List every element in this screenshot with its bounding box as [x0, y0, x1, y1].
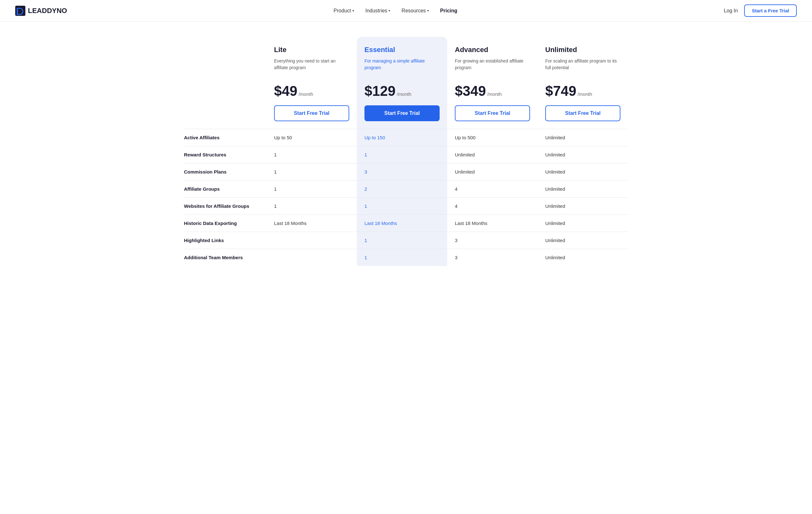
- feature-val-6-1: 1: [357, 232, 447, 249]
- price-amount-unlimited: $749: [545, 83, 576, 99]
- plan-header-unlimited: Unlimited For scaling an affiliate progr…: [538, 37, 628, 129]
- main-content: Lite Everything you need to start an aff…: [0, 22, 812, 291]
- plan-desc-lite: Everything you need to start an affiliat…: [274, 58, 349, 76]
- feature-label-6: Highlighted Links: [184, 232, 266, 249]
- feature-val-0-3: Unlimited: [538, 129, 628, 146]
- feature-label-3: Affiliate Groups: [184, 180, 266, 197]
- feature-val-5-2: Last 18 Months: [447, 215, 538, 232]
- pricing-grid: Lite Everything you need to start an aff…: [184, 37, 628, 266]
- feature-val-1-1: 1: [357, 146, 447, 163]
- price-period-advanced: /month: [487, 91, 502, 97]
- feature-val-0-0: Up to 50: [266, 129, 357, 146]
- feature-val-1-2: Unlimited: [447, 146, 538, 163]
- plan-header-essential: Essential For managing a simple affiliat…: [357, 37, 447, 129]
- svg-rect-1: [17, 8, 18, 15]
- logo[interactable]: LEADDYNO: [15, 6, 67, 16]
- price-amount-advanced: $349: [455, 83, 486, 99]
- plan-price-lite: $49 /month: [274, 83, 349, 99]
- feature-val-7-3: Unlimited: [538, 249, 628, 266]
- plan-desc-essential: For managing a simple affiliate program: [365, 58, 440, 76]
- feature-val-3-0: 1: [266, 180, 357, 197]
- start-trial-unlimited-button[interactable]: Start Free Trial: [545, 105, 620, 121]
- feature-val-5-0: Last 18 Months: [266, 215, 357, 232]
- feature-val-6-0: [266, 232, 357, 249]
- chevron-down-icon: ▾: [352, 9, 354, 12]
- feature-label-7: Additional Team Members: [184, 249, 266, 266]
- price-period-unlimited: /month: [578, 91, 592, 97]
- plan-header-advanced: Advanced For growing an established affi…: [447, 37, 538, 129]
- feature-val-4-1: 1: [357, 197, 447, 215]
- feature-val-3-1: 2: [357, 180, 447, 197]
- feature-val-0-1: Up to 150: [357, 129, 447, 146]
- plan-desc-advanced: For growing an established affiliate pro…: [455, 58, 530, 76]
- nav-pricing[interactable]: Pricing: [440, 8, 457, 13]
- nav-links: Product ▾ Industries ▾ Resources ▾ Prici…: [334, 8, 457, 13]
- price-amount-essential: $129: [365, 83, 396, 99]
- start-trial-nav-button[interactable]: Start a Free Trial: [744, 4, 797, 17]
- logo-icon: [15, 6, 25, 16]
- feature-val-4-2: 4: [447, 197, 538, 215]
- feature-label-4: Websites for Affiliate Groups: [184, 197, 266, 215]
- feature-label-5: Historic Data Exporting: [184, 215, 266, 232]
- feature-val-3-3: Unlimited: [538, 180, 628, 197]
- plan-price-advanced: $349 /month: [455, 83, 530, 99]
- feature-val-5-1: Last 18 Months: [357, 215, 447, 232]
- plan-name-essential: Essential: [365, 46, 440, 54]
- feature-val-0-2: Up to 500: [447, 129, 538, 146]
- feature-val-2-3: Unlimited: [538, 163, 628, 180]
- plan-name-advanced: Advanced: [455, 46, 530, 54]
- start-trial-essential-button[interactable]: Start Free Trial: [365, 105, 440, 121]
- nav-resources[interactable]: Resources ▾: [402, 8, 429, 13]
- feature-val-7-2: 3: [447, 249, 538, 266]
- price-period-essential: /month: [397, 91, 411, 97]
- feature-val-6-2: 3: [447, 232, 538, 249]
- plan-name-lite: Lite: [274, 46, 349, 54]
- feature-label-1: Reward Structures: [184, 146, 266, 163]
- feature-val-2-0: 1: [266, 163, 357, 180]
- feature-val-1-3: Unlimited: [538, 146, 628, 163]
- feature-label-2: Commission Plans: [184, 163, 266, 180]
- nav-product[interactable]: Product ▾: [334, 8, 354, 13]
- feature-val-1-0: 1: [266, 146, 357, 163]
- feature-val-7-1: 1: [357, 249, 447, 266]
- feature-val-4-0: 1: [266, 197, 357, 215]
- start-trial-lite-button[interactable]: Start Free Trial: [274, 105, 349, 121]
- start-trial-advanced-button[interactable]: Start Free Trial: [455, 105, 530, 121]
- feature-val-2-2: Unlimited: [447, 163, 538, 180]
- plan-price-essential: $129 /month: [365, 83, 440, 99]
- price-period-lite: /month: [298, 91, 313, 97]
- feature-val-7-0: [266, 249, 357, 266]
- feature-val-2-1: 3: [357, 163, 447, 180]
- login-button[interactable]: Log In: [724, 8, 738, 13]
- plan-name-unlimited: Unlimited: [545, 46, 620, 54]
- chevron-down-icon: ▾: [388, 9, 390, 12]
- chevron-down-icon: ▾: [427, 9, 429, 12]
- price-amount-lite: $49: [274, 83, 297, 99]
- feature-val-4-3: Unlimited: [538, 197, 628, 215]
- plan-desc-unlimited: For scaling an affiliate program to its …: [545, 58, 620, 76]
- feature-val-5-3: Unlimited: [538, 215, 628, 232]
- feature-label-0: Active Affiliates: [184, 129, 266, 146]
- nav-industries[interactable]: Industries ▾: [366, 8, 390, 13]
- feature-val-3-2: 4: [447, 180, 538, 197]
- brand-name: LEADDYNO: [28, 7, 67, 15]
- plan-price-unlimited: $749 /month: [545, 83, 620, 99]
- navbar: LEADDYNO Product ▾ Industries ▾ Resource…: [0, 0, 812, 22]
- nav-actions: Log In Start a Free Trial: [724, 4, 797, 17]
- feature-val-6-3: Unlimited: [538, 232, 628, 249]
- plan-header-lite: Lite Everything you need to start an aff…: [266, 37, 357, 129]
- corner-cell: [184, 37, 266, 129]
